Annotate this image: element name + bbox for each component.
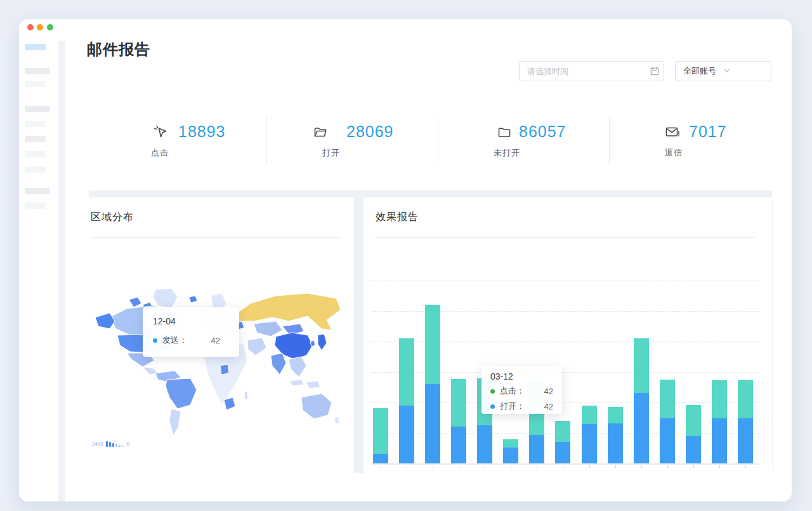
country-indonesia[interactable] (290, 380, 304, 386)
bar-segment-open[interactable] (477, 425, 492, 463)
country-iceland[interactable] (189, 296, 197, 303)
country-australia[interactable] (301, 394, 332, 419)
map-legend-bar (106, 441, 108, 447)
country-south-africa[interactable] (224, 397, 235, 410)
effect-panel-title: 效果报告 (376, 211, 419, 224)
bar-segment-open[interactable] (555, 442, 570, 463)
map-legend-bar (115, 444, 117, 447)
map-legend-bar (109, 442, 111, 447)
x-axis-tick (615, 465, 616, 468)
country-new-zealand[interactable] (334, 416, 339, 424)
bar-segment-click[interactable] (738, 380, 753, 418)
bar-segment-click[interactable] (451, 379, 466, 427)
country-nigeria[interactable] (220, 364, 229, 375)
sidebar-item[interactable] (25, 121, 46, 127)
bar-segment-click[interactable] (608, 407, 623, 423)
stacked-bar[interactable] (582, 406, 597, 463)
page-title: 邮件报告 (87, 39, 150, 60)
map-legend-bar (119, 445, 121, 447)
country-se-asia[interactable] (289, 357, 306, 377)
sidebar-divider (58, 41, 65, 501)
bar-segment-click[interactable] (373, 408, 388, 454)
bar-segment-click[interactable] (686, 405, 701, 436)
region-panel-title: 区域分布 (91, 211, 134, 224)
country-japan[interactable] (318, 334, 327, 350)
bar-segment-click[interactable] (555, 421, 570, 442)
country-russia[interactable] (235, 293, 341, 330)
chart-tooltip-date: 03-12 (490, 371, 553, 382)
stacked-bar[interactable] (451, 379, 466, 463)
x-axis-tick (745, 465, 746, 468)
country-middle-east[interactable] (247, 338, 266, 355)
country-brazil[interactable] (166, 378, 197, 409)
sidebar-item[interactable] (25, 166, 46, 173)
chart-tooltip: 03-12 点击： 42 打开： 42 (481, 366, 562, 414)
bar-segment-click[interactable] (634, 338, 649, 393)
country-arctic-islands[interactable] (129, 297, 141, 307)
stacked-bar[interactable] (712, 380, 727, 463)
stacked-bar[interactable] (738, 380, 753, 463)
bar-segment-open[interactable] (425, 384, 440, 463)
bar-segment-open[interactable] (738, 418, 753, 463)
country-alaska[interactable] (95, 313, 115, 329)
country-madagascar[interactable] (244, 391, 248, 400)
bar-segment-open[interactable] (399, 406, 414, 463)
bar-segment-open[interactable] (582, 424, 597, 463)
bar-segment-open[interactable] (451, 427, 466, 463)
sidebar-item[interactable] (25, 151, 46, 157)
bar-segment-open[interactable] (503, 448, 518, 463)
sidebar-item[interactable] (25, 44, 46, 50)
stacked-bar[interactable] (373, 408, 388, 463)
account-select-value: 全部账号 (683, 65, 723, 77)
stacked-bar[interactable] (686, 405, 701, 463)
country-india[interactable] (271, 353, 286, 375)
country-argentina[interactable] (169, 409, 181, 435)
sidebar-item[interactable] (25, 106, 50, 112)
bar-segment-open[interactable] (712, 418, 727, 463)
bar-segment-click[interactable] (712, 380, 727, 418)
bar-segment-open[interactable] (529, 435, 544, 463)
close-window-button[interactable] (27, 24, 34, 30)
chart-tooltip-label: 点击： (500, 385, 525, 397)
account-select[interactable]: 全部账号 (675, 61, 771, 81)
effect-chart-plot (371, 254, 761, 473)
stat-label-opened: 打开 (322, 147, 340, 159)
stacked-bar[interactable] (634, 338, 649, 463)
x-axis-tick (381, 465, 381, 468)
stacked-bar[interactable] (425, 305, 440, 463)
x-axis-tick (511, 465, 511, 468)
bar-segment-open[interactable] (634, 393, 649, 463)
bar-segment-open[interactable] (660, 418, 675, 463)
sidebar-item[interactable] (25, 188, 50, 194)
stacked-bar[interactable] (608, 407, 623, 463)
country-korea[interactable] (310, 340, 315, 347)
map-tooltip-label: 发送： (162, 335, 187, 346)
country-central-asia[interactable] (254, 321, 282, 336)
chart-tooltip-row: 点击： 42 (490, 385, 553, 397)
stacked-bar[interactable] (503, 439, 518, 463)
country-indonesia[interactable] (306, 381, 320, 388)
stacked-bar[interactable] (555, 421, 570, 463)
map-legend-bars (106, 441, 124, 447)
bar-segment-click[interactable] (425, 305, 440, 384)
zoom-window-button[interactable] (47, 24, 53, 30)
sidebar-item[interactable] (25, 68, 50, 74)
bar-segment-open[interactable] (686, 436, 701, 463)
date-range-input[interactable] (519, 61, 664, 81)
stacked-bar[interactable] (660, 380, 675, 463)
sidebar-item[interactable] (25, 136, 46, 142)
bar-segment-click[interactable] (660, 380, 675, 418)
sidebar-item[interactable] (25, 202, 46, 209)
stat-value-clicks: 18893 (178, 123, 226, 141)
country-greenland[interactable] (153, 288, 178, 309)
bar-segment-open[interactable] (608, 423, 623, 463)
bar-segment-click[interactable] (582, 406, 597, 424)
minimize-window-button[interactable] (37, 24, 43, 30)
stat-value-opened: 28069 (346, 123, 394, 141)
bar-segment-open[interactable] (373, 454, 388, 463)
bar-segment-click[interactable] (503, 439, 518, 448)
sidebar-item[interactable] (25, 81, 46, 87)
stacked-bar[interactable] (399, 338, 414, 463)
bar-segment-click[interactable] (399, 338, 414, 406)
cursor-click-icon (153, 124, 168, 142)
